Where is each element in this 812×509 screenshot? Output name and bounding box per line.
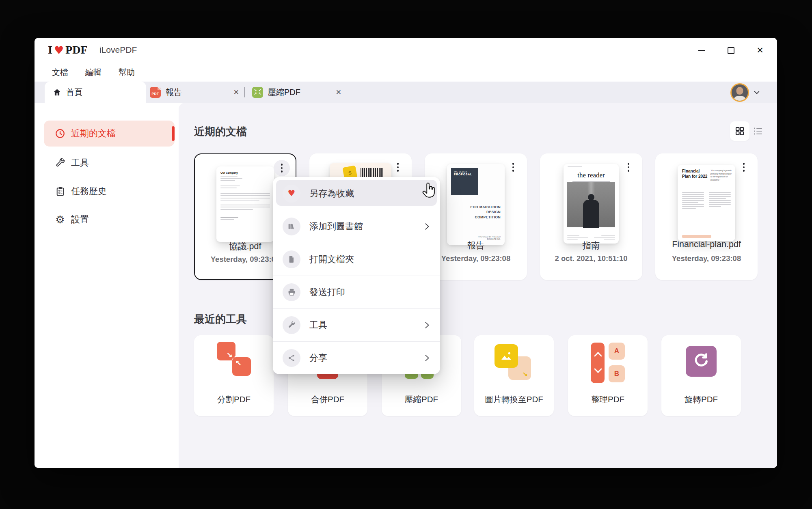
wrench-icon: [55, 157, 65, 168]
document-name: 指南: [540, 239, 642, 251]
tool-card-organize-pdf[interactable]: A B 整理PDF: [568, 335, 648, 416]
grid-view-button[interactable]: [730, 121, 749, 141]
tool-label: 合併PDF: [288, 394, 367, 405]
minimize-button[interactable]: [696, 45, 707, 56]
tool-card-split-pdf[interactable]: ↘ ↖ 分割PDF: [194, 335, 274, 416]
tool-label: 分割PDF: [194, 394, 274, 405]
minimize-icon: [698, 50, 705, 51]
document-thumbnail: the reader: [564, 164, 619, 244]
tool-card-image-to-pdf[interactable]: ↘ 圖片轉換至PDF: [474, 335, 554, 416]
tab-separator: [244, 87, 245, 97]
list-icon: [753, 126, 763, 136]
document-thumbnail: Financial Plan for 2022 “Our company’s g…: [678, 165, 735, 241]
document-card-financial-plan[interactable]: Financial Plan for 2022 “Our company’s g…: [655, 153, 758, 280]
document-card-guide[interactable]: the reader 指南 2 oct. 2021, 10:51:10: [540, 153, 642, 280]
app-title: iLovePDF: [99, 45, 137, 55]
title-bar: I♥PDF iLovePDF ✕: [35, 38, 777, 63]
sidebar-item-tools[interactable]: 工具: [44, 151, 175, 174]
document-name: Financial-plan.pdf: [655, 239, 758, 250]
tab-home[interactable]: 首頁: [45, 82, 146, 103]
logo-i: I: [48, 43, 52, 56]
active-indicator: [172, 126, 175, 141]
recent-documents-heading: 近期的文檔: [194, 125, 247, 139]
menu-item-add-to-library[interactable]: 添加到圖書館: [273, 210, 440, 243]
sidebar-item-settings[interactable]: ⚙ 設置: [44, 208, 175, 231]
menu-bar: 文檔 編輯 幫助: [35, 63, 777, 82]
heart-icon: ♥: [283, 185, 300, 203]
compress-icon: ↘↙↗↖: [252, 87, 263, 98]
clipboard-icon: [55, 186, 65, 196]
kebab-menu-button[interactable]: [274, 160, 290, 176]
library-icon: [283, 218, 300, 235]
submenu-chevron-icon: [422, 222, 431, 231]
menu-item-open-folder[interactable]: 打開文檔夾: [273, 243, 440, 276]
app-window: I♥PDF iLovePDF ✕ 文檔 編輯 幫助 首頁 PDF 報告 ✕ ↘↙…: [35, 38, 777, 468]
tool-label: 壓縮PDF: [382, 394, 461, 405]
sidebar-item-recent-documents[interactable]: 近期的文檔: [44, 121, 175, 147]
barcode: [361, 168, 384, 178]
menu-item-send-to-print[interactable]: 發送打印: [273, 276, 440, 308]
recent-tools-heading: 最近的工具: [194, 312, 247, 326]
heart-icon: ♥: [54, 45, 64, 56]
submenu-chevron-icon: [422, 354, 431, 362]
tool-label: 整理PDF: [568, 394, 648, 405]
menu-help[interactable]: 幫助: [119, 67, 135, 78]
rotate-pdf-icon: [661, 335, 741, 392]
kebab-menu-button[interactable]: [620, 159, 637, 175]
share-icon: [283, 349, 300, 367]
kebab-menu-button[interactable]: [736, 159, 752, 175]
close-button[interactable]: ✕: [754, 45, 766, 56]
menu-file[interactable]: 文檔: [52, 67, 68, 78]
home-icon: [53, 88, 61, 97]
list-view-button[interactable]: [753, 126, 763, 136]
document-date: Yesterday, 09:23:08: [655, 254, 758, 263]
sidebar: 近期的文檔 工具 任務歷史 ⚙ 設置: [35, 103, 179, 468]
context-menu: ♥ 另存為收藏 添加到圖書館 打開文檔夾 發送打印: [273, 177, 440, 374]
kebab-menu-button[interactable]: [390, 159, 406, 175]
tab-report[interactable]: PDF 報告 ✕: [150, 82, 239, 103]
main-panel: 近期的文檔 Our Company: [179, 103, 777, 468]
document-icon: [283, 250, 300, 268]
tab-compress[interactable]: ↘↙↗↖ 壓縮PDF ✕: [252, 82, 341, 103]
kebab-menu-button[interactable]: [505, 159, 521, 175]
tab-home-label: 首頁: [66, 87, 82, 98]
maximize-button[interactable]: [725, 45, 736, 56]
logo-pdf: PDF: [65, 43, 87, 56]
hand-cursor: [420, 182, 437, 201]
tool-label: 圖片轉換至PDF: [474, 394, 554, 405]
menu-item-save-as-favorite[interactable]: ♥ 另存為收藏: [273, 177, 440, 210]
tab-compress-close-icon[interactable]: ✕: [336, 88, 341, 96]
image-to-pdf-icon: ↘: [474, 335, 554, 392]
printer-icon: [283, 283, 300, 301]
user-avatar[interactable]: [730, 83, 749, 102]
document-date: 2 oct. 2021, 10:51:10: [540, 254, 642, 263]
ilovepdf-logo: I♥PDF: [48, 43, 88, 56]
menu-item-share[interactable]: 分享: [273, 341, 440, 374]
document-thumbnail: Our Company: [216, 166, 274, 242]
sidebar-item-label: 設置: [71, 214, 89, 226]
pdf-file-icon: PDF: [150, 87, 161, 98]
chevron-down-icon[interactable]: [753, 89, 760, 96]
sidebar-item-label: 任務歷史: [71, 185, 107, 197]
tab-strip: 首頁 PDF 報告 ✕ ↘↙↗↖ 壓縮PDF ✕: [35, 82, 777, 103]
tab-report-close-icon[interactable]: ✕: [233, 88, 239, 96]
clock-icon: [55, 128, 65, 139]
wrench-icon: [283, 316, 300, 334]
gear-icon: ⚙: [55, 214, 65, 225]
split-pdf-icon: ↘ ↖: [194, 335, 274, 392]
sidebar-item-task-history[interactable]: 任務歷史: [44, 180, 175, 203]
tool-card-rotate-pdf[interactable]: 旋轉PDF: [661, 335, 741, 416]
close-icon: ✕: [756, 45, 764, 55]
sidebar-item-label: 工具: [71, 157, 89, 169]
photo: [567, 182, 615, 227]
sidebar-item-label: 近期的文檔: [71, 127, 116, 140]
document-thumbnail: THE DESIGNPROPOSAL ECO MARATHON DESIGN C…: [447, 164, 505, 245]
image-icon: [499, 349, 513, 363]
maximize-icon: [728, 47, 734, 54]
submenu-chevron-icon: [422, 321, 431, 330]
menu-edit[interactable]: 編輯: [85, 67, 102, 78]
tab-report-label: 報告: [166, 87, 182, 98]
tool-label: 旋轉PDF: [661, 394, 741, 405]
menu-item-tools[interactable]: 工具: [273, 308, 440, 341]
grid-icon: [735, 126, 745, 136]
